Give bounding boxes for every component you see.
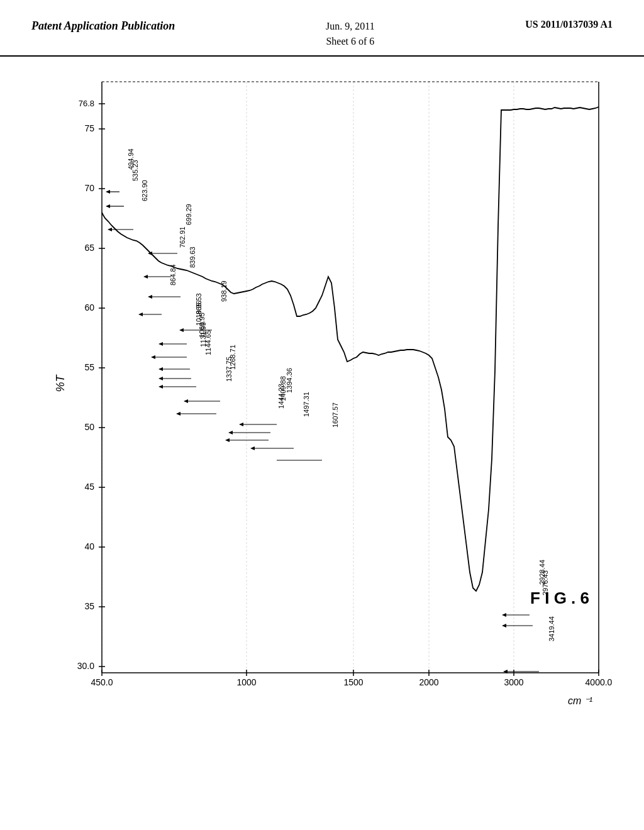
svg-marker-50 (106, 204, 110, 208)
svg-text:864.84: 864.84 (169, 264, 177, 285)
svg-marker-95 (228, 431, 233, 434)
svg-text:cm ⁻¹: cm ⁻¹ (568, 695, 592, 706)
svg-text:75: 75 (84, 123, 94, 133)
svg-text:450.0: 450.0 (91, 677, 113, 687)
svg-marker-101 (250, 446, 255, 450)
header-patent: US 2011/0137039 A1 (525, 19, 613, 30)
svg-marker-65 (138, 313, 143, 316)
header-title: Patent Application Publication (31, 19, 175, 33)
header-sheet: Sheet 6 of 6 (326, 36, 374, 47)
svg-text:40: 40 (84, 541, 94, 551)
svg-text:76.8: 76.8 (79, 99, 94, 108)
svg-marker-86 (184, 399, 188, 403)
chart-container: 30.0 35 40 45 50 55 60 65 70 (44, 69, 625, 736)
ir-spectrum-chart: 30.0 35 40 45 50 55 60 65 70 (44, 69, 625, 736)
svg-text:762.91: 762.91 (179, 226, 186, 248)
svg-text:55: 55 (84, 362, 94, 372)
svg-text:1144.65: 1144.65 (204, 330, 212, 355)
svg-text:3000: 3000 (504, 677, 523, 687)
svg-text:938.19: 938.19 (220, 280, 228, 302)
svg-marker-92 (239, 423, 243, 426)
page-header: Patent Application Publication Jun. 9, 2… (0, 0, 644, 57)
svg-text:1000: 1000 (236, 677, 256, 687)
svg-text:699.29: 699.29 (185, 204, 192, 225)
svg-marker-80 (158, 377, 163, 380)
svg-marker-109 (502, 624, 506, 628)
svg-marker-89 (176, 412, 180, 416)
svg-text:45: 45 (84, 482, 94, 492)
svg-marker-53 (108, 228, 112, 231)
svg-text:1607.57: 1607.57 (331, 402, 339, 428)
svg-text:%T: %T (54, 374, 67, 392)
svg-text:535.23: 535.23 (131, 160, 139, 181)
chart-area: 30.0 35 40 45 50 55 60 65 70 (0, 57, 644, 786)
svg-text:1497.31: 1497.31 (303, 392, 310, 417)
header-date: Jun. 9, 2011 (326, 21, 375, 31)
svg-text:30.0: 30.0 (77, 661, 94, 671)
svg-marker-98 (225, 438, 230, 442)
svg-text:F I G . 6: F I G . 6 (530, 589, 589, 607)
svg-text:3419.44: 3419.44 (548, 616, 555, 641)
svg-marker-77 (158, 367, 163, 371)
svg-text:1337.75: 1337.75 (225, 357, 233, 382)
svg-text:1500: 1500 (343, 677, 363, 687)
svg-text:2000: 2000 (419, 677, 438, 687)
svg-marker-71 (158, 342, 163, 346)
svg-text:4000.0: 4000.0 (586, 677, 613, 687)
svg-text:60: 60 (84, 302, 94, 313)
svg-text:50: 50 (84, 422, 94, 432)
svg-text:839.63: 839.63 (189, 246, 196, 268)
svg-marker-83 (158, 385, 163, 389)
svg-text:70: 70 (84, 183, 94, 193)
svg-text:623.90: 623.90 (141, 180, 148, 201)
svg-marker-74 (151, 355, 155, 359)
svg-marker-47 (106, 190, 110, 194)
svg-text:2976.43: 2976.43 (541, 570, 549, 595)
svg-text:1444.23: 1444.23 (277, 384, 285, 409)
svg-marker-59 (143, 275, 148, 279)
svg-text:65: 65 (84, 243, 94, 253)
svg-marker-62 (148, 295, 152, 299)
header-center: Jun. 9, 2011 Sheet 6 of 6 (326, 19, 375, 49)
svg-text:35: 35 (84, 601, 94, 611)
svg-marker-68 (179, 328, 184, 332)
svg-marker-106 (502, 613, 506, 617)
